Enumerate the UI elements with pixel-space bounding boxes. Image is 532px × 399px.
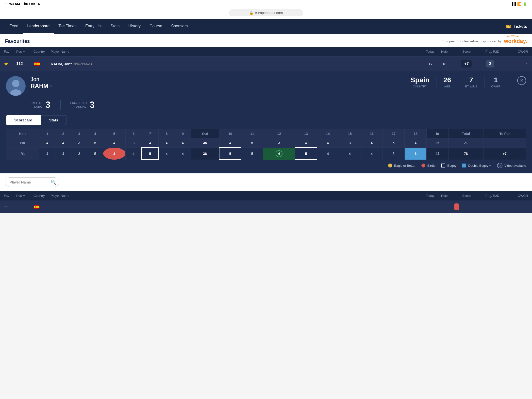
- scorecard-table: Hole 123 456 789 Out 101112 131415 16171…: [6, 129, 526, 160]
- col-proj-r2d: Proj. R2D: [479, 50, 506, 53]
- hole-cell: 18: [434, 62, 454, 66]
- birdie-dot: [421, 164, 425, 167]
- col2-today: Today: [405, 194, 434, 198]
- search-icon: 🔍: [51, 180, 56, 185]
- partial-fav[interactable]: ☆: [4, 204, 16, 210]
- col2-player-name: Player Name: [51, 194, 405, 198]
- col-pos[interactable]: Pos ▼: [16, 50, 33, 53]
- svg-point-1: [12, 80, 19, 87]
- col-player-name: Player Name: [51, 50, 405, 53]
- url-text: europeantour.com: [255, 11, 283, 15]
- close-button[interactable]: ✕: [517, 76, 526, 85]
- scorecard-legend: Eagle or Better Birdie Bogey Double Boge…: [6, 160, 526, 168]
- legend-bogey: Bogey: [441, 164, 456, 167]
- owgr-cell: 1: [506, 62, 528, 66]
- partial-player-row[interactable]: ☆ 🇪🇸: [0, 200, 532, 213]
- nav-item-history[interactable]: History: [124, 19, 145, 34]
- legend-double-bogey: Double Bogey +: [462, 164, 491, 167]
- nav-item-stats[interactable]: Stats: [106, 19, 124, 34]
- ticket-icon: 🎫: [505, 24, 512, 30]
- col-score: Score: [454, 50, 479, 53]
- status-date: Thu Oct 14: [22, 2, 40, 6]
- bogey-square: [441, 164, 445, 167]
- stat-age: 26 AGE: [436, 76, 458, 88]
- tab-scorecard[interactable]: Scorecard: [6, 115, 41, 125]
- race-to-dubai: RACE TODUBAI 3: [31, 100, 61, 110]
- chevron-right-icon: ›: [50, 83, 52, 89]
- nav-item-feed[interactable]: Feed: [5, 19, 23, 34]
- tab-stats[interactable]: Stats: [41, 115, 66, 125]
- col2-owgr: OWGR: [506, 194, 528, 198]
- second-table-header: Fav Pos ▼ Country Player Name Today Hole…: [0, 191, 532, 200]
- url-bar[interactable]: 🔒 europeantour.com: [229, 9, 303, 16]
- player-detail: Jon RAHM › Spain COUNTRY 26 AGE 7 E: [0, 71, 532, 173]
- col-hole: Hole: [434, 50, 454, 53]
- col2-hole: Hole: [434, 194, 454, 198]
- wifi-icon: 📶: [517, 2, 521, 6]
- scorecard-wrapper: Hole 123 456 789 Out 101112 131415 16171…: [6, 129, 526, 160]
- nav-item-leaderboard[interactable]: Leaderboard: [23, 19, 54, 34]
- player-detail-name: Jon RAHM ›: [31, 76, 399, 89]
- col-today: Today: [405, 50, 434, 53]
- favourites-title: Favourites: [5, 38, 30, 44]
- stat-et-wins: 7 ET WINS: [458, 76, 484, 88]
- player-stats: Spain COUNTRY 26 AGE 7 ET WINS 1 OWGR: [404, 76, 507, 88]
- stat-country: Spain COUNTRY: [404, 76, 436, 88]
- par-row: Par 443 543 444 35 453 443 454 36 71: [6, 138, 526, 148]
- col2-proj-r2d: Proj. R2D: [479, 194, 506, 198]
- status-time: 11:53 AM: [5, 2, 20, 6]
- col2-score: Score: [454, 194, 479, 198]
- table-header: Fav Pos ▼ Country Player Name Today Hole…: [0, 47, 532, 57]
- proj-r2d-cell: 3 -: [479, 60, 506, 67]
- today-cell: +7: [405, 62, 434, 66]
- partial-score: [454, 205, 479, 209]
- sort-arrow2-icon: ▼: [23, 194, 25, 197]
- nav-items: Feed Leaderboard Tee Times Entry List St…: [5, 19, 505, 34]
- signal-icon: ▐▐: [511, 2, 516, 6]
- tickets-button[interactable]: 🎫 Tickets: [505, 24, 527, 30]
- col2-pos[interactable]: Pos ▼: [16, 194, 33, 198]
- score-cell: +7: [454, 60, 479, 67]
- col-country: Country: [33, 50, 51, 53]
- sc-hole-header: Hole: [6, 129, 39, 138]
- country-cell: 🇪🇸: [33, 60, 51, 67]
- col2-country: Country: [33, 194, 51, 198]
- nav-item-sponsors[interactable]: Sponsors: [167, 19, 192, 34]
- tickets-label: Tickets: [514, 24, 527, 29]
- status-bar: 11:53 AM Thu Oct 14 ▐▐ 📶 🔋: [0, 0, 532, 8]
- player-avatar: [6, 76, 26, 96]
- legend-eagle: Eagle or Better: [388, 164, 416, 167]
- player-row[interactable]: ★ 112 🇪🇸 RAHM, Jon* ⊙ODYSSEY +7 18 +7 3 …: [0, 57, 532, 71]
- navigation: Feed Leaderboard Tee Times Entry List St…: [0, 19, 532, 34]
- second-leaderboard: Fav Pos ▼ Country Player Name Today Hole…: [0, 191, 532, 213]
- leaderboard-container: Fav Pos ▼ Country Player Name Today Hole…: [0, 47, 532, 173]
- r1-row: R1 4 4 3 5 3 4 5 4 4 36: [6, 148, 526, 160]
- race-stats: RACE TODUBAI 3 PROJECTEDRANKING 3: [6, 100, 526, 110]
- projected-ranking: PROJECTEDRANKING 3: [70, 100, 95, 110]
- search-section: 🔍: [0, 173, 532, 191]
- video-icon: ▷: [497, 163, 502, 168]
- nav-item-course[interactable]: Course: [145, 19, 167, 34]
- search-button[interactable]: 🔍: [51, 180, 56, 185]
- nav-item-entry-list[interactable]: Entry List: [81, 19, 106, 34]
- scorecard-tabs: Scorecard Stats: [6, 115, 526, 125]
- lock-icon: 🔒: [249, 11, 253, 15]
- legend-video: ▷ Video available: [497, 163, 526, 168]
- favourites-section: Favourites European Tour leaderboard spo…: [0, 34, 532, 47]
- search-input-wrap: 🔍: [5, 177, 59, 187]
- battery-icon: 🔋: [523, 2, 527, 6]
- player-name-cell: RAHM, Jon* ⊙ODYSSEY: [51, 62, 405, 66]
- col-owgr: OWGR: [506, 50, 528, 53]
- col2-fav: Fav: [4, 194, 16, 198]
- fav-star[interactable]: ★: [4, 61, 16, 67]
- workday-logo: workday.: [504, 38, 527, 44]
- browser-bar: 🔒 europeantour.com: [0, 8, 532, 19]
- double-bogey-square: [462, 164, 466, 167]
- nav-item-tee-times[interactable]: Tee Times: [54, 19, 81, 34]
- sort-arrow-icon: ▼: [23, 50, 25, 53]
- eagle-dot: [388, 164, 392, 167]
- scorecard-header-row: Hole 123 456 789 Out 101112 131415 16171…: [6, 129, 526, 138]
- legend-birdie: Birdie: [421, 164, 435, 167]
- sponsor-text: European Tour leaderboard sponsored by: [443, 39, 502, 43]
- partial-flag: 🇪🇸: [33, 204, 51, 210]
